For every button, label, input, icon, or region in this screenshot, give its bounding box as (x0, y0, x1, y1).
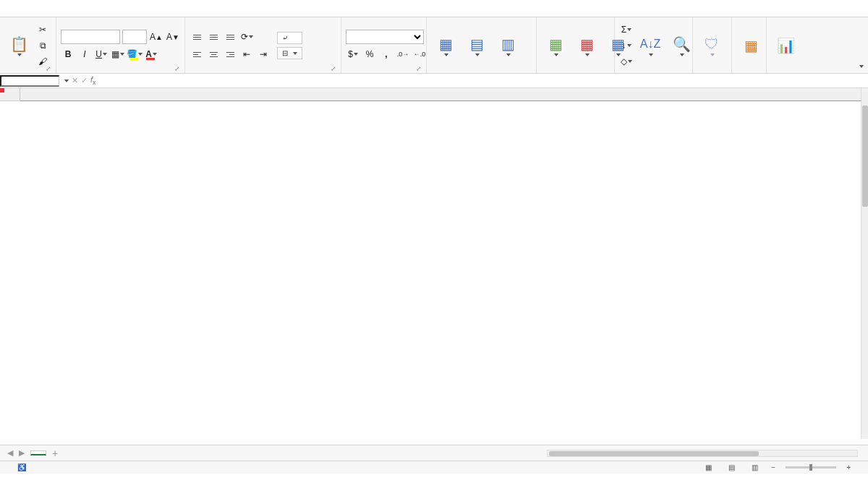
find-select-button[interactable]: 🔍 (667, 33, 696, 58)
orientation-button[interactable]: ⟳ (239, 30, 254, 44)
cell-styles-icon: ▥ (501, 35, 515, 53)
paste-button[interactable]: 📋 (4, 33, 33, 58)
merge-icon: ⊟ (282, 49, 288, 57)
formula-bar-row: ✕ ✓ fx (0, 74, 868, 88)
cell-styles-button[interactable]: ▥ (493, 33, 522, 58)
fx-icon[interactable]: fx (90, 75, 96, 86)
group-alignment: ⟳ ⇤ ⇥ ⤶ ⊟ ⤢ (185, 17, 341, 73)
enter-formula-button[interactable]: ✓ (81, 76, 88, 85)
horizontal-scroll-thumb[interactable] (549, 451, 759, 456)
name-box[interactable] (0, 75, 59, 87)
addins-button[interactable]: ▦ (736, 35, 765, 56)
decrease-decimal-button[interactable]: ←.0 (412, 47, 427, 61)
sheet-tab-active[interactable] (30, 450, 46, 455)
comma-button[interactable]: , (379, 47, 393, 61)
group-sensitivity: 🛡 (693, 17, 732, 73)
increase-indent-button[interactable]: ⇥ (256, 47, 271, 61)
align-center-button[interactable] (206, 47, 221, 61)
horizontal-scrollbar[interactable] (547, 450, 858, 457)
clipboard-dialog-launcher-icon[interactable]: ⤢ (46, 65, 51, 72)
insert-cells-button[interactable]: ▦ (541, 33, 570, 58)
sensitivity-button: 🛡 (697, 33, 726, 58)
cells-area[interactable] (20, 101, 861, 439)
italic-button[interactable]: I (77, 47, 92, 61)
font-dialog-launcher-icon[interactable]: ⤢ (174, 65, 180, 72)
analyze-icon: 📊 (777, 36, 795, 55)
cut-button[interactable]: ✂ (35, 22, 50, 37)
clear-button[interactable]: ◇ (619, 54, 634, 69)
cancel-formula-button[interactable]: ✕ (72, 76, 78, 85)
wrap-text-button[interactable]: ⤶ (277, 32, 302, 44)
group-addins: ▦ (732, 17, 767, 73)
copy-button[interactable]: ⧉ (35, 38, 50, 53)
page-break-view-button[interactable]: ▥ (748, 463, 761, 473)
align-middle-button[interactable] (206, 30, 221, 44)
percent-button[interactable]: % (362, 47, 377, 61)
sheet-nav-prev-button[interactable]: ◀ (7, 448, 13, 458)
analyze-data-button[interactable]: 📊 (771, 35, 800, 56)
status-bar: ♿ ▦ ▤ ▥ − + (0, 461, 868, 474)
zoom-out-button[interactable]: − (771, 463, 775, 471)
underline-button[interactable]: U (94, 47, 109, 61)
align-top-button[interactable] (190, 30, 204, 44)
alignment-dialog-launcher-icon[interactable]: ⤢ (331, 65, 336, 72)
sort-filter-button[interactable]: A↓Z (636, 33, 665, 58)
delete-icon: ▦ (580, 35, 594, 53)
vertical-scrollbar[interactable] (861, 88, 868, 439)
font-name-combo[interactable] (61, 30, 120, 44)
cond-format-icon: ▦ (439, 35, 453, 53)
group-cells: ▦ ▦ ▦ (537, 17, 615, 73)
sheet-nav-next-button[interactable]: ▶ (19, 448, 25, 458)
sheet-tab-bar: ◀ ▶ + ⋮ (0, 445, 868, 461)
group-analysis: 📊 (767, 17, 801, 73)
new-sheet-button[interactable]: + (52, 448, 58, 459)
accessibility-status[interactable]: ♿ (17, 463, 26, 471)
bold-button[interactable]: B (61, 47, 75, 61)
wrap-icon: ⤶ (282, 34, 288, 42)
page-layout-view-button[interactable]: ▤ (725, 463, 738, 473)
fill-button[interactable]: ↓ (619, 38, 634, 53)
delete-cells-button[interactable]: ▦ (572, 33, 601, 58)
group-font: A▲ A▼ B I U ▦ 🪣 A ⤢ (56, 17, 185, 73)
decrease-font-button[interactable]: A▼ (166, 30, 180, 44)
namebox-dropdown-icon[interactable] (64, 80, 69, 82)
find-icon: 🔍 (673, 35, 691, 53)
increase-font-button[interactable]: A▲ (149, 30, 163, 44)
font-size-combo[interactable] (122, 30, 147, 44)
insert-icon: ▦ (549, 35, 563, 53)
align-left-button[interactable] (190, 47, 204, 61)
align-right-button[interactable] (223, 47, 237, 61)
addins-icon: ▦ (744, 36, 758, 55)
zoom-slider[interactable] (786, 466, 836, 468)
merge-center-button[interactable]: ⊟ (277, 47, 302, 59)
number-dialog-launcher-icon[interactable]: ⤢ (416, 65, 422, 72)
fill-color-button[interactable]: 🪣 (127, 47, 142, 61)
group-number: $ % , .0→ ←.0 ⤢ (341, 17, 427, 73)
sort-filter-icon: A↓Z (640, 35, 660, 53)
paste-icon: 📋 (10, 35, 28, 53)
normal-view-button[interactable]: ▦ (702, 463, 715, 473)
column-headers[interactable] (20, 88, 861, 101)
ribbon: 📋 ✂ ⧉ 🖌 ⤢ A▲ A▼ B I U ▦ (0, 17, 868, 74)
sensitivity-icon: 🛡 (705, 35, 719, 53)
group-clipboard: 📋 ✂ ⧉ 🖌 ⤢ (0, 17, 56, 73)
ribbon-tab-bar (0, 0, 868, 17)
autosum-button[interactable]: Σ (619, 22, 634, 37)
select-all-corner[interactable] (0, 88, 20, 101)
collapse-ribbon-button[interactable] (859, 61, 864, 70)
group-styles: ▦ ▤ ▥ (427, 17, 537, 73)
align-bottom-button[interactable] (223, 30, 237, 44)
vertical-scroll-thumb[interactable] (862, 106, 868, 207)
borders-button[interactable]: ▦ (111, 47, 125, 61)
number-format-combo[interactable] (346, 30, 424, 44)
accounting-format-button[interactable]: $ (346, 47, 360, 61)
table-format-icon: ▤ (470, 35, 484, 53)
decrease-indent-button[interactable]: ⇤ (239, 47, 254, 61)
zoom-in-button[interactable]: + (846, 463, 851, 471)
font-color-button[interactable]: A (144, 47, 158, 61)
group-editing: Σ ↓ ◇ A↓Z 🔍 (615, 17, 693, 73)
conditional-formatting-button[interactable]: ▦ (431, 33, 460, 58)
spreadsheet-grid[interactable] (0, 88, 868, 445)
increase-decimal-button[interactable]: .0→ (396, 47, 410, 61)
format-as-table-button[interactable]: ▤ (462, 33, 491, 58)
